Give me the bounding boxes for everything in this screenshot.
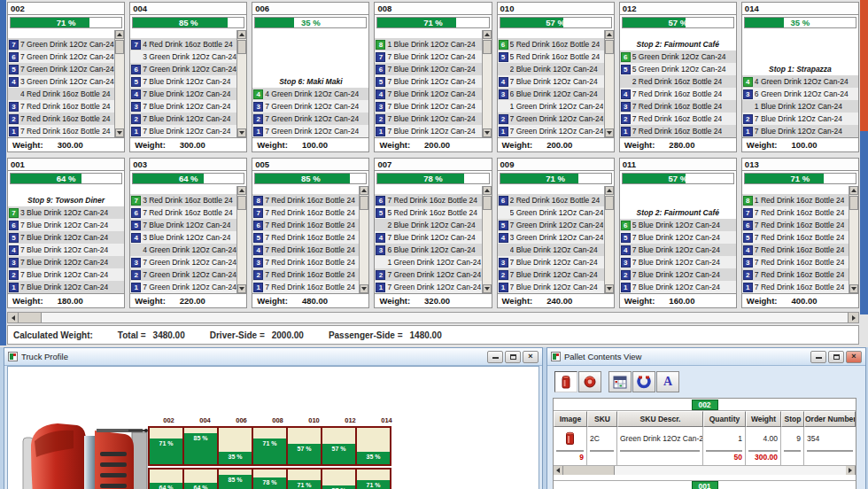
vertical-scrollbar[interactable]	[604, 186, 614, 293]
scrollbar-thumb[interactable]	[237, 196, 246, 210]
layer-item[interactable]: 1 Green Drink 12Oz Can-24	[498, 100, 604, 113]
pallet-panel-005[interactable]: 00585 %87 Red Drink 16oz Bottle 2477 Red…	[252, 158, 369, 308]
vertical-scrollbar[interactable]	[236, 186, 246, 293]
load-map-cell[interactable]: 35 %	[355, 426, 391, 466]
layer-item[interactable]: 87 Red Drink 16oz Bottle 24	[252, 194, 359, 206]
layer-item[interactable]: 47 Blue Drink 12Oz Can-24	[620, 244, 736, 256]
layer-item[interactable]: 57 Red Drink 16oz Bottle 24	[252, 231, 359, 244]
layer-item[interactable]: 57 Blue Drink 12Oz Can-24	[620, 231, 736, 244]
scrollbar-thumb[interactable]	[237, 40, 246, 54]
layer-item[interactable]: 62 Red Drink 16oz Bottle 24	[498, 194, 604, 206]
vertical-scrollbar[interactable]	[359, 186, 368, 293]
layer-item[interactable]: 27 Red Drink 16oz Bottle 24	[252, 268, 359, 281]
layer-item[interactable]: 27 Blue Drink 12Oz Can-24	[375, 113, 481, 125]
restore-button[interactable]	[505, 351, 521, 363]
layer-item[interactable]: 37 Red Drink 16oz Bottle 24	[742, 256, 849, 268]
layer-item[interactable]: 27 Red Drink 16oz Bottle 24	[8, 113, 114, 125]
vertical-scrollbar[interactable]	[236, 30, 246, 137]
scrollbar-track[interactable]	[605, 55, 614, 128]
close-button[interactable]: ×	[523, 351, 539, 363]
scroll-up-button[interactable]	[483, 186, 492, 195]
pallet-area-horizontal-scrollbar[interactable]	[7, 312, 859, 323]
layer-item[interactable]: 57 Blue Drink 12Oz Can-24	[130, 75, 236, 88]
load-map-cell[interactable]: 57 %	[321, 426, 357, 466]
load-map-cell[interactable]: 85 %	[182, 426, 219, 466]
layer-item[interactable]: 17 Red Drink 16oz Bottle 24	[252, 281, 359, 293]
layer-item[interactable]: 43 Green Drink 12Oz Can-24	[8, 75, 114, 88]
load-map-cell[interactable]: 35 %	[217, 426, 253, 466]
load-map-cell[interactable]: 78 %	[252, 468, 288, 489]
layer-item[interactable]: 77 Green Drink 12Oz Can-24	[8, 38, 114, 50]
layer-item[interactable]: 36 Blue Drink 12Oz Can-24	[375, 244, 481, 256]
scroll-down-button[interactable]	[483, 128, 492, 137]
layer-item[interactable]: 47 Blue Drink 12Oz Can-24	[8, 244, 124, 256]
layer-item[interactable]: 2 Blue Drink 12Oz Can-24	[498, 63, 604, 75]
layer-item[interactable]: 27 Green Drink 12Oz Can-24	[252, 113, 368, 125]
stop-view-button[interactable]	[578, 371, 601, 392]
scroll-right-button[interactable]	[846, 466, 856, 475]
scrollbar-thumb[interactable]	[19, 313, 42, 322]
scrollbar-track[interactable]	[849, 211, 858, 284]
layer-item[interactable]: 4 Red Drink 16oz Bottle 24	[8, 88, 114, 100]
layer-item[interactable]: 47 Blue Drink 12Oz Can-24	[130, 88, 236, 100]
layer-item[interactable]: 27 Red Drink 16oz Bottle 24	[620, 113, 736, 125]
layer-item[interactable]: 67 Green Drink 12Oz Can-24	[8, 50, 114, 63]
load-map-cell[interactable]: 57 %	[286, 426, 322, 466]
layer-item[interactable]: 27 Blue Drink 12Oz Can-24	[742, 113, 858, 125]
layer-item[interactable]: 67 Red Drink 16oz Bottle 24	[252, 219, 359, 231]
scroll-down-button[interactable]	[483, 284, 492, 293]
load-map-cell[interactable]: 57 %	[321, 468, 357, 489]
layer-item[interactable]: 65 Red Drink 16oz Bottle 24	[498, 38, 604, 50]
layer-item[interactable]: 37 Blue Drink 12Oz Can-24	[130, 100, 236, 113]
layer-item[interactable]: 17 Green Drink 12Oz Can-24	[375, 281, 481, 293]
scrollbar-track[interactable]	[483, 55, 492, 128]
scrollbar-thumb[interactable]	[605, 40, 614, 54]
pallet-panel-007[interactable]: 00778 %67 Red Drink 16oz Bottle 2455 Red…	[374, 158, 492, 308]
can-view-button[interactable]	[554, 371, 577, 392]
load-map-cell[interactable]: 71 %	[355, 468, 391, 489]
layer-item[interactable]: 57 Green Drink 12Oz Can-24	[8, 63, 114, 75]
load-map-cell[interactable]: 71 %	[148, 426, 184, 466]
scrollbar-thumb[interactable]	[483, 40, 492, 54]
scrollbar-track[interactable]	[360, 211, 368, 284]
scroll-up-button[interactable]	[605, 30, 614, 39]
scrollbar-track[interactable]	[115, 55, 124, 128]
scrollbar-track[interactable]	[237, 211, 246, 284]
scroll-down-button[interactable]	[605, 284, 614, 293]
load-map-cell[interactable]: 71 %	[252, 426, 288, 466]
layer-item[interactable]: 47 Red Drink 16oz Bottle 24	[252, 244, 359, 256]
layer-item[interactable]: 27 Green Drink 12Oz Can-24	[375, 268, 481, 281]
pallet-panel-002[interactable]: 00271 %77 Green Drink 12Oz Can-2467 Gree…	[7, 2, 125, 152]
layer-item[interactable]: 55 Red Drink 16oz Bottle 24	[375, 206, 481, 219]
layer-item[interactable]: 67 Red Drink 16oz Bottle 24	[742, 219, 849, 231]
table-row[interactable]: 2CGreen Drink 12Oz Can-2414.009354	[554, 427, 856, 449]
layer-item[interactable]: 27 Red Drink 16oz Bottle 24	[742, 268, 849, 281]
restore-button[interactable]	[828, 351, 844, 363]
layer-item[interactable]: 81 Red Drink 16oz Bottle 24	[742, 194, 849, 206]
layer-item[interactable]: 47 Blue Drink 12Oz Can-24	[498, 75, 604, 88]
layer-item[interactable]: 73 Blue Drink 12Oz Can-24	[8, 206, 124, 219]
column-header-quantity[interactable]: Quantity	[703, 411, 746, 427]
layer-item[interactable]: 27 Blue Drink 12Oz Can-24	[620, 268, 736, 281]
layer-item[interactable]: 74 Red Drink 16oz Bottle 24	[130, 38, 236, 50]
layer-item[interactable]: 57 Blue Drink 12Oz Can-24	[8, 231, 124, 244]
layer-item[interactable]: 73 Red Drink 16oz Bottle 24	[130, 194, 236, 206]
layer-item[interactable]: 37 Red Drink 16oz Bottle 24	[252, 256, 359, 268]
scrollbar-thumb[interactable]	[605, 196, 614, 210]
scrollbar-thumb[interactable]	[563, 466, 615, 475]
column-header-sku-descr-[interactable]: SKU Descr.	[617, 411, 703, 427]
layer-item[interactable]: 44 Green Drink 12Oz Can-24	[742, 75, 858, 88]
layer-item[interactable]: 3 Green Drink 12Oz Can-24	[130, 50, 236, 63]
layer-item[interactable]: 37 Green Drink 12Oz Can-24	[130, 256, 236, 268]
layer-item[interactable]: 17 Green Drink 12Oz Can-24	[498, 125, 604, 137]
layer-item[interactable]: 1 Green Drink 12Oz Can-24	[375, 256, 481, 268]
column-header-sku[interactable]: SKU	[587, 411, 617, 427]
layer-item[interactable]: 17 Green Drink 12Oz Can-24	[252, 125, 368, 137]
scroll-down-button[interactable]	[849, 284, 858, 293]
vertical-scrollbar[interactable]	[114, 30, 124, 137]
layer-item[interactable]: 47 Blue Drink 12Oz Can-24	[375, 88, 481, 100]
layer-item[interactable]: 57 Blue Drink 12Oz Can-24	[375, 75, 481, 88]
layer-item[interactable]: 17 Blue Drink 12Oz Can-24	[375, 125, 481, 137]
scroll-up-button[interactable]	[237, 186, 246, 195]
layer-item[interactable]: 47 Red Drink 16oz Bottle 24	[620, 88, 736, 100]
